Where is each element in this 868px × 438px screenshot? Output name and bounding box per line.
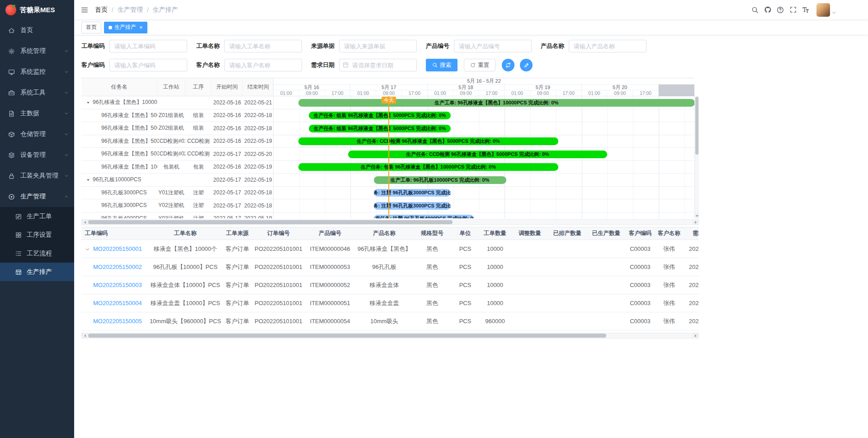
expand-caret-icon[interactable] (85, 247, 91, 252)
filter-input[interactable] (224, 59, 302, 71)
table-horizontal-scrollbar[interactable] (81, 333, 699, 339)
sidebar-subitem-process[interactable]: 工序设置 (0, 226, 74, 244)
filter-input[interactable] (224, 40, 302, 52)
gantt-horizontal-scrollbar[interactable] (81, 219, 699, 225)
date-input[interactable] (339, 59, 417, 71)
app-logo[interactable]: 苦糖果MES (0, 0, 74, 20)
gantt-task-row[interactable]: 96孔孔板3000PCSY02注塑机注塑2022-05-172022-05-18 (81, 199, 273, 212)
gantt-task-row[interactable]: 96孔移液盒【黑色】10000PCS包装机包装2022-05-162022-05… (81, 161, 273, 174)
main-area: 首页/生产管理/生产排产 首页生产排产× 工单编码工单名称来源单据产品编号产品名… (74, 0, 868, 438)
sidebar-subitem-schedule[interactable]: 生产排产 (0, 263, 74, 281)
scroll-down-button[interactable] (695, 213, 699, 218)
sidebar-item-warehouse[interactable]: 仓储管理 (0, 124, 74, 145)
work-order-link[interactable]: MO202205150005 (93, 318, 142, 325)
sidebar-item-fixture[interactable]: 工装夹具管理 (0, 165, 74, 186)
edit-circle-button[interactable] (520, 59, 533, 71)
sidebar-item-tools[interactable]: 系统工具 (0, 82, 74, 103)
filter-input[interactable] (454, 40, 532, 52)
gantt-task-row[interactable]: 96孔孔板10000PCS2022-05-172022-05-19 (81, 174, 273, 187)
scroll-right-button[interactable] (693, 333, 698, 338)
gantt-task-row[interactable]: 96孔移液盒【黑色】5000PCSZ01组装机组装2022-05-162022-… (81, 109, 273, 122)
hamburger-icon[interactable] (80, 6, 89, 14)
gantt-bar-task[interactable]: 生产任务: 注塑 96孔孔板3000PCS 完成比例: 0% (374, 189, 451, 197)
gantt-hour-header: 17:00 (479, 90, 505, 96)
gantt-task-row[interactable]: 96孔移液盒【黑色】5000PCSZ02组装机组装2022-05-162022-… (81, 122, 273, 135)
fullscreen-icon[interactable] (787, 3, 799, 17)
gantt-task-row[interactable]: 96孔移液盒【黑色】5000PCSCCD检测#02CCD检测2022-05-17… (81, 148, 273, 161)
task-station: Z02组装机 (157, 122, 185, 135)
sidebar-item-masterdata[interactable]: 主数据 (0, 103, 74, 124)
scroll-left-button[interactable] (82, 333, 88, 338)
work-order-link[interactable]: MO202205150004 (93, 300, 142, 306)
hscroll-thumb[interactable] (88, 220, 453, 224)
close-icon[interactable]: × (139, 24, 143, 30)
tab-0[interactable]: 首页 (81, 22, 101, 33)
sidebar-item-system[interactable]: 系统管理 (0, 41, 74, 61)
search-button[interactable]: 搜索 (426, 59, 458, 71)
work-order-link[interactable]: MO202205150002 (93, 264, 142, 270)
sidebar-item-equipment[interactable]: 设备管理 (0, 145, 74, 165)
task-end: 2022-05-18 (243, 109, 273, 122)
scroll-right-button[interactable] (693, 220, 698, 225)
toolbox-icon (8, 89, 16, 96)
reset-button[interactable]: 重置 (464, 59, 495, 71)
gantt-bar-task[interactable]: 生产任务: 包装 96孔移液盒【黑色】10000PCS 完成比例: 0% (298, 163, 559, 171)
collapse-caret-icon[interactable] (86, 178, 90, 182)
gantt-task-row[interactable]: 96孔孔板3000PCSY01注塑机注塑2022-05-172022-05-18 (81, 187, 273, 200)
help-icon[interactable] (774, 3, 787, 17)
collapse-caret-icon[interactable] (86, 100, 90, 105)
work-order-link[interactable]: MO202205150001 (93, 245, 142, 252)
table-row[interactable]: MO20220515000296孔孔板【10000】PCS客户订单PO20220… (81, 258, 699, 276)
hscroll-thumb[interactable] (88, 334, 606, 338)
scroll-left-button[interactable] (82, 220, 88, 225)
vscroll-thumb[interactable] (695, 97, 698, 155)
table-row[interactable]: MO20220515000510mm吸头【960000】PCS客户订单PO202… (81, 312, 699, 330)
sidebar-subitem-workorder[interactable]: 生产工单 (0, 207, 74, 226)
gantt-chart-row: 生产任务: 注塑 96孔孔板3000PCS 完成比例: 0% (274, 199, 694, 212)
gantt-bar-task[interactable]: 生产任务: CCD检测 96孔移液盒【黑色】5000PCS 完成比例: 0% (348, 151, 607, 158)
breadcrumb-item[interactable]: 首页 (95, 6, 108, 14)
chevron-down-icon[interactable] (832, 10, 836, 15)
flow-icon (15, 250, 23, 257)
filter-input[interactable] (569, 40, 646, 52)
gantt-bar-task[interactable]: 生产任务: 组装 96孔移液盒【黑色】5000PCS 完成比例: 0% (309, 125, 451, 132)
table-row[interactable]: MO202205150004移液盒盒盖【10000】PCS客户订单PO20220… (81, 294, 699, 312)
gantt-bar-order[interactable]: 生产工单: 96孔孔板10000PCS 完成比例: 0% (374, 176, 506, 184)
gantt-bar-task[interactable]: 生产任务: 注塑 96孔孔板3000PCS 完成比例: 0% (374, 202, 451, 210)
filter-field: 工单编码 (81, 40, 187, 52)
calendar-icon (15, 269, 23, 275)
table-column-header: 已排产数量 (548, 227, 587, 240)
gantt-day-header: 5月 19 (505, 85, 581, 90)
search-icon[interactable] (749, 3, 761, 17)
gantt-task-row[interactable]: 96孔移液盒【黑色】10000PCS2022-05-162022-05-21 (81, 96, 273, 109)
gantt-task-row[interactable]: 96孔移液盒【黑色】5000PCSCCD检测#01CCD检测2022-05-16… (81, 135, 273, 148)
gantt-task-row[interactable]: 96孔孔板4000PCSY03注塑机注塑2022-05-172022-05-19 (81, 212, 273, 219)
table-row[interactable]: MO202205150001移液盒【黑色】10000个客户订单PO2022051… (81, 240, 699, 258)
font-size-icon[interactable] (799, 3, 812, 17)
gantt-day-header: 5月 20 (582, 85, 659, 90)
sidebar-item-monitor[interactable]: 系统监控 (0, 61, 74, 82)
sidebar-item-home[interactable]: 首页 (0, 20, 74, 41)
gantt-chart-row: 生产任务: CCD检测 96孔移液盒【黑色】5000PCS 完成比例: 0% (274, 135, 694, 148)
gantt-chart-row: 生产任务: CCD检测 96孔移液盒【黑色】5000PCS 完成比例: 0% (274, 148, 694, 161)
avatar[interactable] (816, 3, 830, 17)
gantt-bar-order[interactable]: 生产工单: 96孔移液盒【黑色】10000PCS 完成比例: 0% (298, 99, 694, 107)
gantt-table-body: 96孔移液盒【黑色】10000PCS2022-05-162022-05-2196… (81, 96, 273, 218)
table-cell (548, 294, 587, 312)
gantt-vertical-scrollbar[interactable] (694, 96, 699, 218)
refresh-circle-button[interactable] (502, 59, 514, 71)
sidebar-subitem-flow[interactable]: 工艺流程 (0, 244, 74, 263)
gantt-bar-task[interactable]: 生产任务: 组装 96孔移液盒【黑色】5000PCS 完成比例: 0% (309, 112, 451, 119)
table-row[interactable]: MO202205150003移液盒盒体【10000】PCS客户订单PO20220… (81, 276, 699, 294)
chevron-down-icon (64, 174, 69, 178)
sidebar-item-production[interactable]: 生产管理 (0, 186, 74, 207)
github-icon[interactable] (761, 3, 774, 17)
filter-input[interactable] (109, 59, 187, 71)
topbar-actions (749, 3, 868, 17)
filter-input[interactable] (339, 40, 417, 52)
filter-input[interactable] (109, 40, 187, 52)
chevron-down-icon (64, 49, 69, 53)
work-order-link[interactable]: MO202205150003 (93, 282, 142, 288)
gantt-bar-task[interactable]: 生产任务: CCD检测 96孔移液盒【黑色】5000PCS 完成比例: 0% (298, 137, 559, 145)
tab-1[interactable]: 生产排产× (104, 22, 147, 33)
